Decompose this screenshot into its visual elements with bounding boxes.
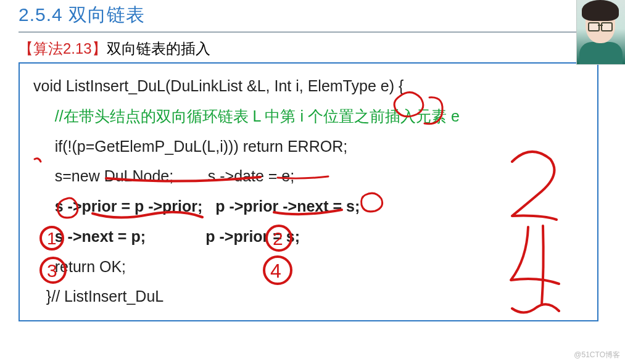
code-line-1: void ListInsert_DuL(DuLinkList &L, Int i…: [33, 71, 584, 101]
code-line-6: s ->next = p; p ->prior = s;: [33, 221, 584, 252]
code-block: void ListInsert_DuL(DuLinkList &L, Int i…: [19, 62, 598, 321]
algorithm-tag: 【算法2.13】: [19, 40, 107, 57]
algorithm-desc: 双向链表的插入: [107, 40, 210, 57]
divider: [19, 31, 613, 33]
webcam-thumbnail: [576, 0, 625, 65]
code-line-4: s=new DuLNode; s ->date = e;: [33, 161, 584, 191]
watermark: @51CTO博客: [574, 350, 620, 360]
code-line-5: s ->prior = p ->prior; p ->prior ->next …: [33, 191, 584, 221]
code-comment: //在带头结点的双向循环链表 L 中第 i 个位置之前插入元素 e: [33, 101, 584, 131]
algorithm-header: 【算法2.13】双向链表的插入: [19, 39, 613, 59]
code-line-8: }// ListInsert_DuL: [33, 281, 584, 312]
code-line-7: return OK;: [33, 252, 584, 282]
code-line-3: if(!(p=GetElemP_DuL(L,i))) return ERROR;: [33, 131, 584, 162]
section-title: 2.5.4 双向链表: [19, 2, 613, 28]
